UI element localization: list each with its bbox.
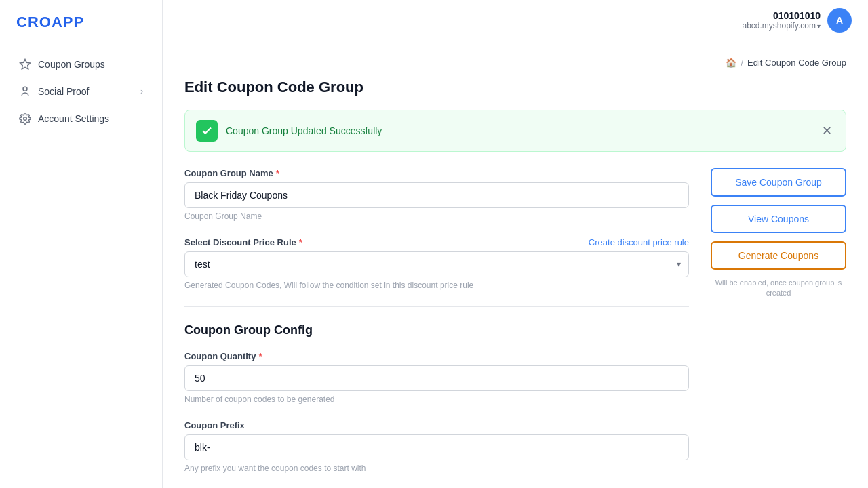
breadcrumb: 🏠 / Edit Coupon Code Group (184, 58, 846, 68)
coupon-quantity-label: Coupon Quantity * (184, 351, 689, 361)
star-icon (19, 58, 31, 70)
svg-marker-0 (20, 60, 31, 69)
save-coupon-group-button[interactable]: Save Coupon Group (711, 168, 846, 197)
discount-price-rule-select[interactable]: test (184, 251, 689, 277)
create-discount-rule-link[interactable]: Create discount price rule (589, 237, 689, 247)
chevron-right-icon: › (140, 87, 143, 96)
success-icon-wrap (196, 120, 218, 142)
check-icon (201, 125, 213, 137)
main-content: 010101010 abcd.myshopify.com ▾ A 🏠 / Edi… (163, 0, 868, 488)
success-banner: Coupon Group Updated Successfully ✕ (184, 110, 846, 152)
discount-price-rule-label: Select Discount Price Rule * (184, 237, 302, 247)
app-logo: CROAPP (0, 0, 162, 45)
coupon-prefix-label: Coupon Prefix (184, 420, 689, 430)
avatar[interactable]: A (827, 8, 852, 33)
success-message: Coupon Group Updated Successfully (226, 125, 819, 136)
coupon-prefix-input[interactable] (184, 434, 689, 460)
user-details: 010101010 abcd.myshopify.com ▾ (743, 10, 821, 30)
section-divider (184, 306, 689, 307)
coupon-quantity-group: Coupon Quantity * Number of coupon codes… (184, 351, 689, 404)
discount-price-rule-select-wrapper: test ▾ (184, 251, 689, 277)
person-icon (19, 85, 31, 98)
top-bar: 010101010 abcd.myshopify.com ▾ A (163, 0, 868, 41)
banner-close-button[interactable]: ✕ (819, 123, 835, 138)
view-coupons-button[interactable]: View Coupons (711, 205, 846, 233)
coupon-prefix-hint: Any prefix you want the coupon codes to … (184, 464, 689, 473)
store-dropdown-arrow[interactable]: ▾ (817, 22, 821, 30)
required-star: * (276, 168, 279, 178)
user-name: 010101010 (743, 10, 821, 21)
required-star-2: * (299, 237, 302, 247)
discount-price-rule-group: Select Discount Price Rule * Create disc… (184, 237, 689, 290)
generate-hint: Will be enabled, once coupon group is cr… (711, 278, 846, 299)
svg-point-2 (24, 117, 27, 121)
coupon-prefix-group: Coupon Prefix Any prefix you want the co… (184, 420, 689, 473)
page-area: 🏠 / Edit Coupon Code Group Edit Coupon C… (163, 41, 868, 488)
sidebar-item-coupon-groups[interactable]: Coupon Groups (5, 52, 157, 77)
coupon-group-name-hint: Coupon Group Name (184, 211, 689, 221)
sidebar-item-social-proof[interactable]: Social Proof › (5, 79, 157, 104)
coupon-quantity-hint: Number of coupon codes to be generated (184, 394, 689, 404)
required-star-3: * (258, 351, 262, 361)
coupon-group-name-group: Coupon Group Name * Coupon Group Name (184, 168, 689, 221)
breadcrumb-separator: / (741, 58, 743, 68)
sidebar-nav: Coupon Groups Social Proof › (0, 45, 162, 138)
discount-rule-header-row: Select Discount Price Rule * Create disc… (184, 237, 689, 247)
sidebar: CROAPP Coupon Groups Social Proof (0, 0, 163, 488)
gear-icon (19, 113, 31, 125)
form-area: Coupon Group Name * Coupon Group Name Se… (184, 168, 689, 488)
content-layout: Coupon Group Name * Coupon Group Name Se… (184, 168, 846, 488)
svg-point-1 (23, 87, 27, 91)
discount-price-rule-hint: Generated Coupon Codes, Will follow the … (184, 281, 689, 290)
breadcrumb-home[interactable]: 🏠 (726, 58, 736, 68)
page-header: Edit Coupon Code Group (184, 79, 846, 96)
page-title: Edit Coupon Code Group (184, 79, 846, 96)
coupon-group-name-label: Coupon Group Name * (184, 168, 689, 178)
user-info: 010101010 abcd.myshopify.com ▾ A (743, 8, 852, 33)
sidebar-item-account-settings[interactable]: Account Settings (5, 106, 157, 131)
sidebar-actions: Save Coupon Group View Coupons Generate … (711, 168, 846, 488)
user-store: abcd.myshopify.com ▾ (743, 21, 821, 30)
breadcrumb-current: Edit Coupon Code Group (747, 58, 846, 68)
coupon-quantity-input[interactable] (184, 365, 689, 391)
config-section-title: Coupon Group Config (184, 323, 689, 338)
coupon-group-name-input[interactable] (184, 182, 689, 208)
generate-coupons-button[interactable]: Generate Coupons (711, 241, 846, 270)
